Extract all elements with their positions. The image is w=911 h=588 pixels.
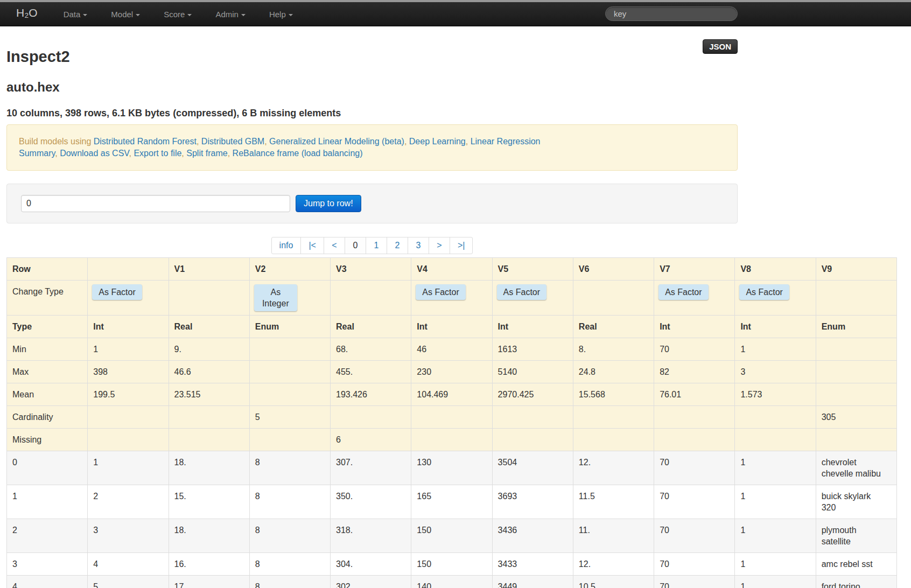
data-cell: 18.	[169, 519, 249, 553]
data-cell: 70	[654, 485, 735, 519]
data-cell: 307.	[331, 451, 411, 485]
stat-cell	[169, 406, 249, 429]
json-button[interactable]: JSON	[703, 39, 738, 54]
table-row: 3416.8304.150343312.701amc rebel sst	[7, 553, 897, 576]
stat-cell: Real	[573, 316, 654, 338]
search-input[interactable]	[605, 6, 738, 21]
change-type-cell: As Factor	[654, 281, 735, 316]
stat-cell	[654, 406, 735, 429]
change-type-label: Change Type	[7, 281, 88, 316]
data-cell: 302.	[331, 576, 411, 588]
pagination: info|<<0123>>|	[6, 237, 738, 254]
build-model-link[interactable]: Linear Regression	[471, 137, 541, 146]
stat-cell: 8.	[573, 338, 654, 361]
row-index-cell: 2	[7, 519, 88, 553]
data-cell: 8	[249, 485, 330, 519]
data-cell: 15.	[169, 485, 249, 519]
frame-action-link[interactable]: Export to file	[134, 149, 181, 158]
page-link-1[interactable]: |<	[301, 237, 324, 254]
menu-admin[interactable]: Admin	[204, 2, 257, 26]
table-row: Max39846.6455.230514024.8823	[7, 361, 897, 383]
stat-cell: 46	[411, 338, 492, 361]
row-column-header: Row	[7, 258, 88, 281]
frame-action-link[interactable]: Summary	[19, 149, 55, 158]
data-cell: 1	[88, 451, 169, 485]
menu-data[interactable]: Data	[52, 2, 100, 26]
row-index-cell: 1	[7, 485, 88, 519]
stat-cell	[816, 429, 896, 451]
menu-model[interactable]: Model	[99, 2, 152, 26]
stat-cell	[735, 406, 816, 429]
column-header: V4	[411, 258, 492, 281]
change-type-button[interactable]: As Factor	[658, 284, 708, 300]
column-header: V5	[492, 258, 573, 281]
pagination-list: info|<<0123>>|	[271, 237, 473, 254]
data-cell: 318.	[331, 519, 411, 553]
menu-score[interactable]: Score	[152, 2, 204, 26]
h2o-logo[interactable]: H₂O	[16, 6, 38, 26]
change-type-button[interactable]: As Factor	[497, 284, 546, 300]
stat-cell	[249, 338, 330, 361]
data-cell: 1	[735, 519, 816, 553]
change-type-button[interactable]: As Factor	[92, 284, 142, 300]
data-cell: 11.5	[573, 485, 654, 519]
row-index-cell: 0	[7, 451, 88, 485]
stat-cell: 5	[249, 406, 330, 429]
stat-cell: Int	[654, 316, 735, 338]
frame-action-link[interactable]: Split frame	[186, 149, 227, 158]
stat-cell	[169, 429, 249, 451]
change-type-button[interactable]: As Integer	[254, 284, 297, 311]
data-cell: 2	[88, 485, 169, 519]
change-type-button[interactable]: As Factor	[416, 284, 465, 300]
data-cell: 1	[735, 485, 816, 519]
column-header: V3	[331, 258, 411, 281]
build-model-link[interactable]: Distributed GBM	[201, 137, 264, 146]
stat-cell	[492, 429, 573, 451]
column-header: V7	[654, 258, 735, 281]
change-type-cell	[169, 281, 249, 316]
frame-action-link[interactable]: ReBalance frame (load balancing)	[233, 149, 363, 158]
page-link-4[interactable]: 1	[366, 237, 387, 254]
data-cell: 70	[654, 553, 735, 576]
jump-to-row-input[interactable]	[21, 195, 290, 212]
table-row: RowV1V2V3V4V5V6V7V8V9	[7, 258, 897, 281]
stat-cell: 1	[88, 338, 169, 361]
change-type-cell: As Factor	[88, 281, 169, 316]
frame-table: RowV1V2V3V4V5V6V7V8V9Change TypeAs Facto…	[6, 257, 897, 588]
stat-cell	[331, 406, 411, 429]
stat-cell: Int	[88, 316, 169, 338]
data-cell: 3449	[492, 576, 573, 588]
page-item: 3	[408, 237, 429, 254]
change-type-cell: As Integer	[249, 281, 330, 316]
stat-cell	[816, 361, 896, 383]
data-cell: 8	[249, 576, 330, 588]
stat-cell: 199.5	[88, 383, 169, 406]
page-item: >|	[450, 237, 473, 254]
stat-cell: Enum	[249, 316, 330, 338]
stat-cell	[573, 406, 654, 429]
frame-action-link[interactable]: Download as CSV	[60, 149, 129, 158]
column-header: V2	[249, 258, 330, 281]
page-link-5[interactable]: 2	[387, 237, 408, 254]
page-link-7[interactable]: >	[429, 237, 450, 254]
change-type-cell	[331, 281, 411, 316]
data-cell: 3504	[492, 451, 573, 485]
change-type-button[interactable]: As Factor	[739, 284, 789, 300]
page-link-8[interactable]: >|	[450, 237, 473, 254]
jump-to-row-button[interactable]: Jump to row!	[296, 195, 361, 212]
build-model-link[interactable]: Deep Learning	[409, 137, 466, 146]
page-link-6[interactable]: 3	[408, 237, 429, 254]
table-row: Mean199.523.515193.426104.4692970.42515.…	[7, 383, 897, 406]
page-item: 1	[366, 237, 387, 254]
build-model-link[interactable]: Distributed Random Forest	[94, 137, 197, 146]
build-model-link[interactable]: Generalized Linear Modeling (beta)	[269, 137, 404, 146]
menu-help[interactable]: Help	[257, 2, 305, 26]
stat-cell: 82	[654, 361, 735, 383]
page-link-0[interactable]: info	[272, 237, 301, 254]
page-link-2[interactable]: <	[324, 237, 345, 254]
data-cell: 16.	[169, 553, 249, 576]
build-models-text: Build models using Distributed Random Fo…	[19, 137, 541, 158]
stat-cell	[88, 429, 169, 451]
stat-cell: 68.	[331, 338, 411, 361]
stat-cell: Int	[735, 316, 816, 338]
